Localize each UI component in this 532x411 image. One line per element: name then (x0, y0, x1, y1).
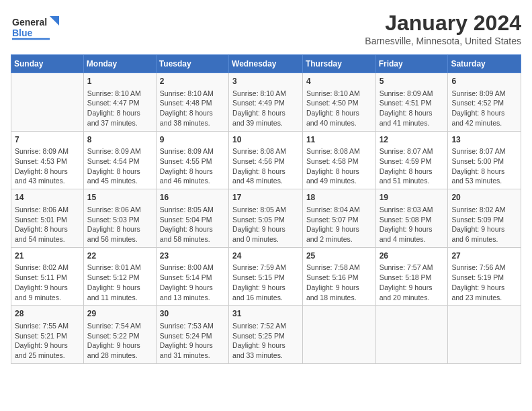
calendar-table: SundayMondayTuesdayWednesdayThursdayFrid… (11, 54, 521, 364)
calendar-cell: 3Sunrise: 8:10 AM Sunset: 4:49 PM Daylig… (229, 73, 303, 132)
day-number: 15 (87, 192, 152, 203)
day-header-saturday: Saturday (448, 55, 521, 73)
header-row: SundayMondayTuesdayWednesdayThursdayFrid… (11, 55, 521, 73)
calendar-cell: 20Sunrise: 8:02 AM Sunset: 5:09 PM Dayli… (448, 189, 521, 248)
calendar-cell: 6Sunrise: 8:09 AM Sunset: 4:52 PM Daylig… (448, 73, 521, 132)
week-row-2: 7Sunrise: 8:09 AM Sunset: 4:53 PM Daylig… (11, 131, 521, 189)
calendar-cell: 17Sunrise: 8:05 AM Sunset: 5:05 PM Dayli… (229, 189, 303, 248)
calendar-cell: 27Sunrise: 7:56 AM Sunset: 5:19 PM Dayli… (448, 247, 521, 306)
calendar-cell: 29Sunrise: 7:54 AM Sunset: 5:22 PM Dayli… (83, 306, 156, 364)
day-number: 25 (306, 250, 372, 262)
day-number: 24 (232, 250, 299, 262)
calendar-cell: 13Sunrise: 8:07 AM Sunset: 5:00 PM Dayli… (448, 131, 521, 189)
day-info: Sunrise: 8:10 AM Sunset: 4:49 PM Dayligh… (232, 89, 299, 128)
month-title: January 2024 (365, 11, 521, 36)
day-header-sunday: Sunday (11, 55, 84, 73)
day-number: 3 (232, 76, 299, 87)
day-info: Sunrise: 7:55 AM Sunset: 5:21 PM Dayligh… (15, 321, 80, 361)
day-number: 29 (87, 308, 152, 320)
svg-text:Blue: Blue (12, 28, 33, 38)
day-number: 12 (380, 134, 445, 146)
day-number: 11 (306, 134, 372, 146)
week-row-4: 21Sunrise: 8:02 AM Sunset: 5:11 PM Dayli… (11, 247, 521, 306)
day-number: 4 (306, 76, 372, 87)
calendar-cell: 1Sunrise: 8:10 AM Sunset: 4:47 PM Daylig… (83, 73, 156, 132)
calendar-cell: 26Sunrise: 7:57 AM Sunset: 5:18 PM Dayli… (375, 247, 448, 306)
calendar-cell: 5Sunrise: 8:09 AM Sunset: 4:51 PM Daylig… (375, 73, 448, 132)
day-info: Sunrise: 7:58 AM Sunset: 5:16 PM Dayligh… (306, 263, 372, 302)
calendar-cell: 12Sunrise: 8:07 AM Sunset: 4:59 PM Dayli… (375, 131, 448, 189)
day-number: 6 (451, 76, 517, 87)
day-header-friday: Friday (375, 55, 448, 73)
calendar-cell: 28Sunrise: 7:55 AM Sunset: 5:21 PM Dayli… (11, 306, 84, 364)
day-header-monday: Monday (83, 55, 156, 73)
day-info: Sunrise: 8:09 AM Sunset: 4:54 PM Dayligh… (87, 146, 152, 186)
calendar-cell: 24Sunrise: 7:59 AM Sunset: 5:15 PM Dayli… (229, 247, 303, 306)
day-info: Sunrise: 8:04 AM Sunset: 5:07 PM Dayligh… (306, 205, 372, 244)
calendar-cell: 19Sunrise: 8:03 AM Sunset: 5:08 PM Dayli… (375, 189, 448, 248)
logo-svg: General Blue (11, 11, 64, 44)
calendar-cell: 10Sunrise: 8:08 AM Sunset: 4:56 PM Dayli… (229, 131, 303, 189)
title-block: January 2024 Barnesville, Minnesota, Uni… (365, 11, 521, 46)
day-info: Sunrise: 7:52 AM Sunset: 5:25 PM Dayligh… (232, 321, 299, 361)
day-number: 21 (15, 250, 80, 262)
day-info: Sunrise: 7:53 AM Sunset: 5:24 PM Dayligh… (160, 321, 225, 361)
calendar-header: SundayMondayTuesdayWednesdayThursdayFrid… (11, 55, 521, 73)
day-info: Sunrise: 8:03 AM Sunset: 5:08 PM Dayligh… (380, 205, 445, 244)
day-info: Sunrise: 8:10 AM Sunset: 4:47 PM Dayligh… (87, 89, 152, 128)
day-info: Sunrise: 7:54 AM Sunset: 5:22 PM Dayligh… (87, 321, 152, 361)
day-info: Sunrise: 8:08 AM Sunset: 4:56 PM Dayligh… (232, 146, 299, 186)
day-number: 9 (160, 134, 225, 146)
day-number: 17 (232, 192, 299, 203)
day-number: 19 (380, 192, 445, 203)
svg-text:General: General (12, 17, 47, 28)
day-info: Sunrise: 8:02 AM Sunset: 5:11 PM Dayligh… (15, 263, 80, 302)
calendar-cell: 18Sunrise: 8:04 AM Sunset: 5:07 PM Dayli… (302, 189, 375, 248)
week-row-3: 14Sunrise: 8:06 AM Sunset: 5:01 PM Dayli… (11, 189, 521, 248)
week-row-1: 1Sunrise: 8:10 AM Sunset: 4:47 PM Daylig… (11, 73, 521, 132)
day-header-tuesday: Tuesday (156, 55, 228, 73)
day-header-thursday: Thursday (302, 55, 375, 73)
week-row-5: 28Sunrise: 7:55 AM Sunset: 5:21 PM Dayli… (11, 306, 521, 364)
day-number: 13 (451, 134, 517, 146)
calendar-cell: 9Sunrise: 8:09 AM Sunset: 4:55 PM Daylig… (156, 131, 228, 189)
day-info: Sunrise: 7:59 AM Sunset: 5:15 PM Dayligh… (232, 263, 299, 302)
day-info: Sunrise: 8:05 AM Sunset: 5:04 PM Dayligh… (160, 205, 225, 244)
calendar-cell (302, 306, 375, 364)
day-number: 26 (380, 250, 445, 262)
svg-marker-1 (50, 16, 59, 26)
day-info: Sunrise: 8:09 AM Sunset: 4:51 PM Dayligh… (380, 89, 445, 128)
calendar-cell: 31Sunrise: 7:52 AM Sunset: 5:25 PM Dayli… (229, 306, 303, 364)
day-info: Sunrise: 8:00 AM Sunset: 5:14 PM Dayligh… (160, 263, 225, 302)
logo: General Blue (11, 11, 64, 44)
day-number: 30 (160, 308, 225, 320)
calendar-cell (11, 73, 84, 132)
day-number: 27 (451, 250, 517, 262)
calendar-cell (375, 306, 448, 364)
day-number: 23 (160, 250, 225, 262)
day-info: Sunrise: 8:02 AM Sunset: 5:09 PM Dayligh… (451, 205, 517, 244)
day-info: Sunrise: 8:01 AM Sunset: 5:12 PM Dayligh… (87, 263, 152, 302)
day-info: Sunrise: 8:09 AM Sunset: 4:55 PM Dayligh… (160, 146, 225, 186)
day-info: Sunrise: 8:10 AM Sunset: 4:50 PM Dayligh… (306, 89, 372, 128)
day-info: Sunrise: 7:56 AM Sunset: 5:19 PM Dayligh… (451, 263, 517, 302)
day-info: Sunrise: 8:05 AM Sunset: 5:05 PM Dayligh… (232, 205, 299, 244)
day-number: 5 (380, 76, 445, 87)
day-info: Sunrise: 8:06 AM Sunset: 5:01 PM Dayligh… (15, 205, 80, 244)
calendar-cell: 14Sunrise: 8:06 AM Sunset: 5:01 PM Dayli… (11, 189, 84, 248)
day-info: Sunrise: 8:10 AM Sunset: 4:48 PM Dayligh… (160, 89, 225, 128)
day-number: 8 (87, 134, 152, 146)
calendar-cell: 11Sunrise: 8:08 AM Sunset: 4:58 PM Dayli… (302, 131, 375, 189)
calendar-cell: 15Sunrise: 8:06 AM Sunset: 5:03 PM Dayli… (83, 189, 156, 248)
calendar-cell: 4Sunrise: 8:10 AM Sunset: 4:50 PM Daylig… (302, 73, 375, 132)
day-number: 31 (232, 308, 299, 320)
day-number: 1 (87, 76, 152, 87)
calendar-body: 1Sunrise: 8:10 AM Sunset: 4:47 PM Daylig… (11, 73, 521, 364)
day-number: 14 (15, 192, 80, 203)
calendar-cell: 8Sunrise: 8:09 AM Sunset: 4:54 PM Daylig… (83, 131, 156, 189)
calendar-cell: 16Sunrise: 8:05 AM Sunset: 5:04 PM Dayli… (156, 189, 228, 248)
calendar-cell: 22Sunrise: 8:01 AM Sunset: 5:12 PM Dayli… (83, 247, 156, 306)
calendar-cell: 25Sunrise: 7:58 AM Sunset: 5:16 PM Dayli… (302, 247, 375, 306)
day-info: Sunrise: 8:09 AM Sunset: 4:53 PM Dayligh… (15, 146, 80, 186)
calendar-cell: 23Sunrise: 8:00 AM Sunset: 5:14 PM Dayli… (156, 247, 228, 306)
